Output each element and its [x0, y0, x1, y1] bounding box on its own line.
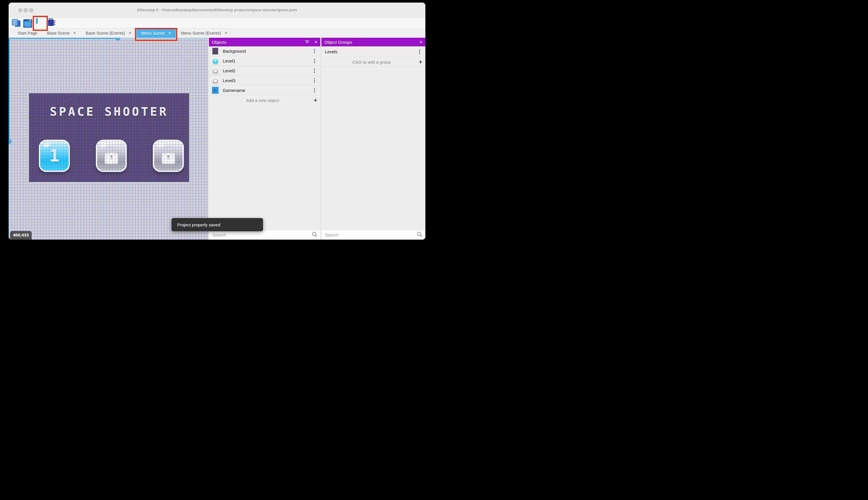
background-thumbnail — [212, 48, 219, 55]
groups-search-input[interactable] — [324, 232, 417, 238]
level3-button-locked[interactable] — [153, 140, 184, 172]
locked-thumbnail — [212, 67, 219, 74]
add-object-row[interactable]: Add a new object + — [209, 95, 320, 105]
search-icon — [417, 231, 422, 238]
tab-base-scene[interactable]: Base Scene × — [42, 29, 81, 38]
tab-start-page[interactable]: Start Page — [13, 29, 42, 38]
object-row-background[interactable]: Background ⋮ — [209, 46, 320, 56]
object-name: Background — [223, 49, 311, 54]
tab-menu-scene[interactable]: Menu Scene × — [137, 29, 176, 38]
level1-number: 1 — [49, 146, 60, 166]
tab-close-icon[interactable]: × — [129, 31, 131, 35]
tab-label: Base Scene (Events) — [86, 31, 125, 35]
main-toolbar: 1:1 — [9, 18, 425, 28]
object-groups-panel: Object Groups × Levels ⋮ Click to add a … — [321, 38, 425, 240]
close-panel-icon[interactable]: × — [314, 39, 317, 45]
tab-label: Base Scene — [47, 31, 70, 35]
star-speck: + — [124, 109, 126, 113]
plus-icon[interactable]: + — [314, 97, 317, 104]
snackbar: Project properly saved — [172, 218, 263, 231]
button-shine — [156, 142, 165, 148]
screenshot-root: GDevelop 5 - /Users/dkarakay/Documents/G… — [0, 0, 434, 250]
debug-button[interactable] — [47, 19, 56, 27]
tab-close-icon[interactable]: × — [73, 31, 76, 35]
project-manager-icon[interactable] — [12, 19, 21, 27]
vertical-scrollbar[interactable] — [9, 38, 10, 240]
objects-panel: Objects × Background ⋮ 1 Level1 ⋮ — [209, 38, 320, 240]
objects-search-input[interactable] — [212, 232, 312, 238]
tab-label: Menu Scene — [141, 31, 165, 35]
object-groups-title: Object Groups — [324, 40, 352, 45]
tab-menu-scene-events[interactable]: Menu Scene (Events) × — [176, 29, 232, 38]
scene-background[interactable]: SPACE SHOOTER + + + + + 1 — [29, 93, 189, 182]
object-name: Level2 — [223, 68, 311, 73]
tab-bar: Start Page Base Scene × Base Scene (Even… — [9, 28, 425, 38]
group-row-levels[interactable]: Levels ⋮ — [321, 46, 425, 57]
object-name: Gamename — [223, 88, 311, 93]
button-shine — [99, 142, 108, 148]
star-speck: + — [90, 148, 91, 151]
object-row-level1[interactable]: 1 Level1 ⋮ — [209, 56, 320, 66]
scene-window-glyph — [23, 19, 32, 28]
horizontal-scrollbar[interactable] — [9, 38, 208, 39]
snackbar-message: Project properly saved — [177, 222, 220, 227]
locked-thumbnail — [212, 77, 219, 84]
add-group-label: Click to add a group — [324, 60, 419, 65]
level1-thumbnail: 1 — [212, 58, 219, 65]
debug-chip-icon — [48, 20, 54, 26]
scene-title-text[interactable]: SPACE SHOOTER — [29, 105, 189, 119]
tab-label: Start Page — [17, 31, 37, 35]
scene-editor-icon[interactable] — [23, 19, 32, 27]
groups-search-bar — [321, 230, 425, 240]
add-group-row[interactable]: Click to add a group + — [321, 57, 425, 67]
level1-button[interactable]: 1 — [39, 140, 70, 172]
vertical-scrollbar-handle[interactable] — [9, 139, 12, 144]
row-menu-icon[interactable]: ⋮ — [311, 68, 318, 74]
lock-icon — [104, 152, 119, 164]
content-area: SPACE SHOOTER + + + + + 1 — [9, 38, 425, 240]
row-menu-icon[interactable]: ⋮ — [416, 49, 423, 55]
object-name: Level1 — [223, 58, 311, 64]
horizontal-scrollbar-handle[interactable] — [115, 38, 120, 41]
object-row-level3[interactable]: Level3 ⋮ — [209, 76, 320, 86]
object-groups-header: Object Groups × — [321, 38, 425, 46]
tab-close-icon[interactable]: × — [225, 31, 227, 35]
play-button[interactable] — [36, 19, 45, 27]
tab-base-scene-events[interactable]: Base Scene (Events) × — [81, 29, 137, 38]
object-row-level2[interactable]: Level2 ⋮ — [209, 66, 320, 76]
lock-icon — [161, 152, 176, 164]
cursor-coordinates-badge: 466;433 — [10, 231, 32, 240]
tab-close-icon[interactable]: × — [168, 31, 171, 35]
titlebar: GDevelop 5 - /Users/dkarakay/Documents/G… — [9, 3, 425, 18]
star-speck: + — [63, 99, 65, 103]
row-menu-icon[interactable]: ⋮ — [311, 78, 318, 83]
gdevelop-window: GDevelop 5 - /Users/dkarakay/Documents/G… — [9, 3, 425, 240]
text-object-thumbnail: Tx — [212, 87, 219, 94]
object-name: Level3 — [223, 78, 311, 83]
tab-label: Menu Scene (Events) — [181, 31, 221, 35]
object-row-gamename[interactable]: Tx Gamename ⋮ — [209, 86, 320, 95]
objects-panel-header: Objects × — [209, 38, 320, 46]
add-object-label: Add a new object — [212, 98, 314, 103]
plus-icon[interactable]: + — [419, 59, 422, 65]
filter-icon[interactable] — [305, 40, 310, 44]
scene-canvas[interactable]: SPACE SHOOTER + + + + + 1 — [9, 38, 208, 240]
search-icon — [312, 231, 317, 238]
level2-button-locked[interactable] — [96, 140, 127, 172]
row-menu-icon[interactable]: ⋮ — [311, 48, 318, 54]
objects-panel-title: Objects — [212, 40, 226, 45]
row-menu-icon[interactable]: ⋮ — [311, 58, 318, 64]
objects-search-bar — [209, 230, 320, 240]
group-name: Levels — [325, 49, 416, 54]
play-icon — [36, 18, 38, 24]
window-title: GDevelop 5 - /Users/dkarakay/Documents/G… — [9, 3, 425, 17]
close-panel-icon[interactable]: × — [419, 39, 422, 45]
row-menu-icon[interactable]: ⋮ — [311, 87, 318, 93]
chip-pins — [49, 18, 53, 19]
project-manager-front-sheet — [12, 19, 18, 26]
